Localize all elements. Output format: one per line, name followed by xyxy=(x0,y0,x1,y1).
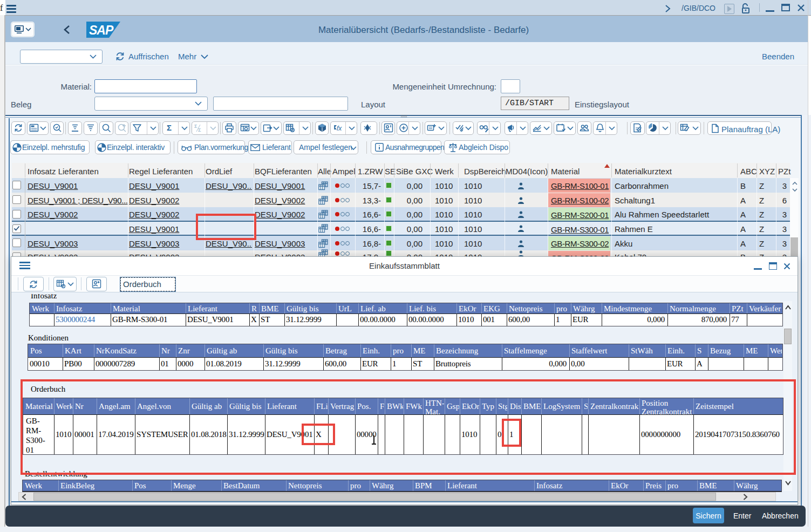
svg-text:Σ: Σ xyxy=(194,124,197,129)
svg-text:Σ: Σ xyxy=(167,123,172,132)
svg-text:fx: fx xyxy=(337,125,342,132)
